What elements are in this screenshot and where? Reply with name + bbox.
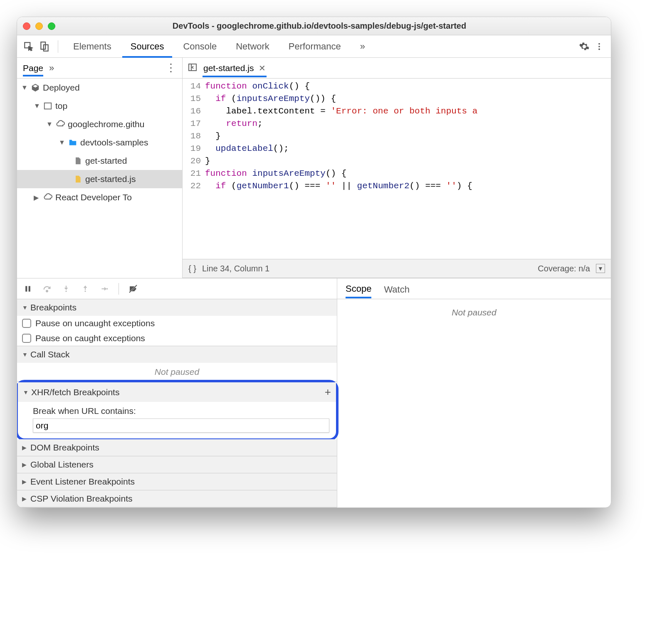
- step-out-icon[interactable]: [80, 284, 90, 294]
- window-title: DevTools - googlechrome.github.io/devtoo…: [63, 21, 605, 31]
- editor-tabs: get-started.js ✕: [183, 58, 611, 79]
- tab-sources[interactable]: Sources: [122, 35, 173, 58]
- breakpoints-header[interactable]: ▼Breakpoints: [17, 299, 337, 316]
- coverage-status: Coverage: n/a: [538, 264, 590, 273]
- navigator-sidebar: Page » ⋮ ▼ Deployed ▼ top ▼ goog: [17, 58, 183, 278]
- breakpoints-section: ▼Breakpoints Pause on uncaught exception…: [17, 299, 337, 346]
- event-breakpoints-header[interactable]: ▶Event Listener Breakpoints: [17, 473, 337, 490]
- step-over-icon[interactable]: [42, 284, 52, 294]
- settings-icon[interactable]: [578, 40, 591, 53]
- close-tab-icon[interactable]: ✕: [259, 63, 266, 73]
- pretty-print-icon[interactable]: { }: [188, 264, 196, 273]
- main-toolbar: Elements Sources Console Network Perform…: [17, 35, 611, 58]
- devtools-window: DevTools - googlechrome.github.io/devtoo…: [17, 17, 611, 508]
- csp-breakpoints-section: ▶CSP Violation Breakpoints: [17, 490, 337, 507]
- xhr-url-input[interactable]: [33, 418, 329, 433]
- dom-breakpoints-section: ▶DOM Breakpoints: [17, 439, 337, 456]
- cloud-icon: [43, 192, 53, 202]
- svg-point-5: [598, 48, 600, 50]
- tree-label: devtools-samples: [80, 138, 148, 148]
- scope-not-paused: Not paused: [337, 299, 611, 326]
- scope-pane: Scope Watch Not paused: [337, 278, 611, 507]
- tree-domain[interactable]: ▼ googlechrome.githu: [17, 115, 182, 133]
- separator: [119, 283, 119, 295]
- callstack-not-paused: Not paused: [17, 363, 337, 381]
- tree-top[interactable]: ▼ top: [17, 97, 182, 115]
- device-toggle-icon[interactable]: [38, 40, 51, 53]
- toggle-navigator-icon[interactable]: [188, 62, 198, 74]
- titlebar: DevTools - googlechrome.github.io/devtoo…: [17, 17, 611, 35]
- tree-file-html[interactable]: get-started: [17, 152, 182, 170]
- tree-folder[interactable]: ▼ devtools-samples: [17, 133, 182, 152]
- tree-label: get-started: [85, 156, 127, 166]
- tree-file-js[interactable]: get-started.js: [17, 170, 182, 188]
- tab-elements[interactable]: Elements: [65, 35, 120, 58]
- tree-label: top: [55, 101, 67, 111]
- tree-label: get-started.js: [85, 174, 136, 184]
- svg-rect-9: [29, 286, 30, 291]
- zoom-window-button[interactable]: [48, 22, 55, 30]
- cursor-position: Line 34, Column 1: [202, 264, 269, 273]
- callstack-header[interactable]: ▼Call Stack: [17, 346, 337, 363]
- svg-rect-8: [25, 286, 27, 291]
- tab-network[interactable]: Network: [227, 35, 278, 58]
- dom-breakpoints-header[interactable]: ▶DOM Breakpoints: [17, 439, 337, 456]
- add-xhr-breakpoint-icon[interactable]: +: [325, 386, 331, 399]
- line-gutter: 141516171819202122: [183, 79, 205, 259]
- editor-tab-label: get-started.js: [203, 63, 254, 73]
- tree-extension[interactable]: ▶ React Developer To: [17, 188, 182, 207]
- global-listeners-section: ▶Global Listeners: [17, 456, 337, 473]
- source-code: function onClick() { if (inputsAreEmpty(…: [205, 79, 611, 259]
- svg-point-10: [46, 290, 48, 292]
- tabs-overflow[interactable]: »: [352, 35, 373, 58]
- window-controls: [23, 22, 55, 30]
- debugger-left: ▼Breakpoints Pause on uncaught exception…: [17, 278, 337, 507]
- file-tree: ▼ Deployed ▼ top ▼ googlechrome.githu ▼: [17, 79, 182, 278]
- deployed-icon: [30, 83, 40, 93]
- tab-scope[interactable]: Scope: [346, 279, 371, 298]
- scope-tabs: Scope Watch: [337, 278, 611, 299]
- editor-statusbar: { } Line 34, Column 1 Coverage: n/a ▼: [183, 259, 611, 278]
- minimize-window-button[interactable]: [35, 22, 43, 30]
- svg-point-3: [598, 43, 600, 44]
- tab-console[interactable]: Console: [175, 35, 225, 58]
- navigator-tab-page[interactable]: Page: [23, 63, 43, 76]
- editor-pane: get-started.js ✕ 141516171819202122 func…: [183, 58, 611, 278]
- svg-point-13: [106, 288, 108, 289]
- drawer-toggle-icon[interactable]: ▼: [596, 264, 605, 273]
- js-file-icon: [73, 174, 83, 184]
- pause-icon[interactable]: [23, 284, 33, 294]
- checkbox-icon[interactable]: [22, 319, 31, 328]
- tab-performance[interactable]: Performance: [280, 35, 349, 58]
- code-editor[interactable]: 141516171819202122 function onClick() { …: [183, 79, 611, 259]
- tree-label: Deployed: [43, 83, 80, 93]
- kebab-menu-icon[interactable]: [593, 40, 606, 53]
- cloud-icon: [55, 119, 65, 129]
- tab-watch[interactable]: Watch: [384, 280, 410, 298]
- step-icon[interactable]: [99, 284, 109, 294]
- tree-deployed[interactable]: ▼ Deployed: [17, 79, 182, 97]
- svg-point-4: [598, 46, 600, 47]
- tree-label: googlechrome.githu: [68, 119, 144, 129]
- navigator-menu-icon[interactable]: ⋮: [166, 62, 176, 74]
- content-area: Page » ⋮ ▼ Deployed ▼ top ▼ goog: [17, 58, 611, 278]
- navigator-tabs-overflow[interactable]: »: [49, 63, 54, 74]
- inspect-icon[interactable]: [22, 40, 35, 53]
- event-breakpoints-section: ▶Event Listener Breakpoints: [17, 473, 337, 490]
- svg-point-12: [84, 290, 86, 292]
- csp-breakpoints-header[interactable]: ▶CSP Violation Breakpoints: [17, 490, 337, 507]
- pause-uncaught-row[interactable]: Pause on uncaught exceptions: [17, 316, 337, 331]
- debugger-toolbar: [17, 278, 337, 299]
- xhr-header[interactable]: ▼XHR/fetch Breakpoints +: [18, 382, 336, 402]
- step-into-icon[interactable]: [61, 284, 71, 294]
- pause-caught-row[interactable]: Pause on caught exceptions: [17, 331, 337, 346]
- tree-label: React Developer To: [55, 192, 132, 202]
- checkbox-icon[interactable]: [22, 334, 31, 343]
- document-icon: [73, 156, 83, 166]
- global-listeners-header[interactable]: ▶Global Listeners: [17, 456, 337, 473]
- navigator-header: Page » ⋮: [17, 58, 182, 79]
- xhr-input-label: Break when URL contains:: [33, 406, 329, 416]
- close-window-button[interactable]: [23, 22, 30, 30]
- deactivate-breakpoints-icon[interactable]: [128, 284, 138, 294]
- editor-tab-file[interactable]: get-started.js ✕: [203, 59, 267, 77]
